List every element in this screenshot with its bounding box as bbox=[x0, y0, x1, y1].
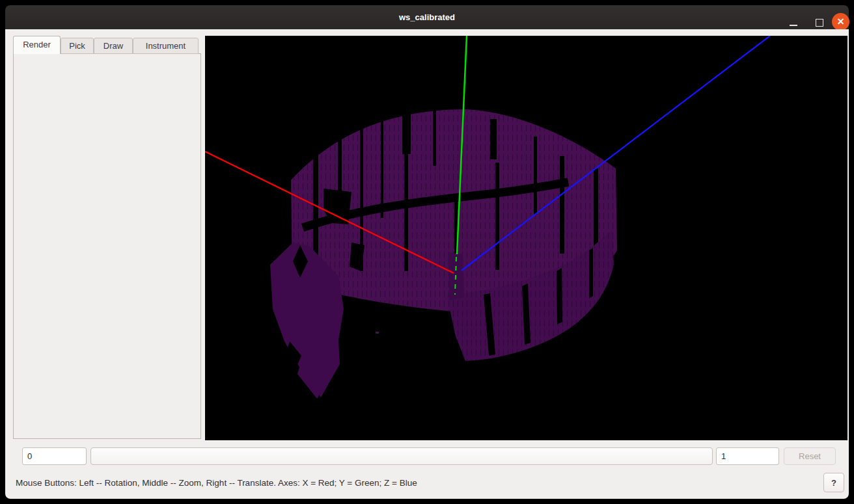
range-reset-label: Reset bbox=[799, 451, 821, 461]
tab-pick[interactable]: Pick bbox=[61, 38, 94, 54]
title-bar[interactable]: ws_calibrated ✕ bbox=[5, 5, 849, 29]
tab-draw[interactable]: Draw bbox=[94, 38, 133, 54]
maximize-button[interactable] bbox=[810, 14, 828, 31]
render-tab-panel bbox=[13, 53, 201, 439]
minimize-icon bbox=[790, 25, 797, 26]
instrument-3d-viewport[interactable] bbox=[205, 36, 847, 440]
close-icon: ✕ bbox=[837, 16, 845, 27]
tab-instrument[interactable]: Instrument bbox=[133, 38, 199, 54]
range-min-input[interactable] bbox=[22, 447, 87, 465]
app-window: ws_calibrated ✕ Render Pick Draw Instrum… bbox=[0, 0, 854, 504]
window-title: ws_calibrated bbox=[5, 5, 849, 29]
instrument-render bbox=[205, 36, 847, 440]
tab-render-label: Render bbox=[23, 40, 51, 49]
range-max-input[interactable] bbox=[716, 447, 779, 465]
minimize-button[interactable] bbox=[784, 14, 802, 31]
status-message: Mouse Buttons: Left -- Rotation, Middle … bbox=[16, 478, 417, 488]
help-label: ? bbox=[831, 478, 836, 488]
maximize-icon bbox=[816, 19, 823, 27]
close-button[interactable]: ✕ bbox=[832, 13, 849, 31]
tab-render[interactable]: Render bbox=[13, 36, 61, 54]
tab-draw-label: Draw bbox=[103, 41, 123, 51]
range-slider-track[interactable] bbox=[90, 447, 713, 465]
tab-pick-label: Pick bbox=[69, 41, 85, 51]
range-reset-button[interactable]: Reset bbox=[784, 447, 836, 465]
help-button[interactable]: ? bbox=[823, 473, 844, 492]
tab-instrument-label: Instrument bbox=[146, 41, 186, 51]
